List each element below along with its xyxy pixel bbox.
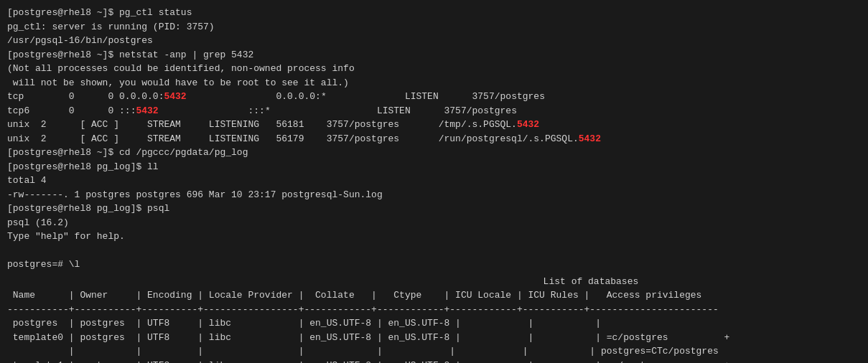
line-4: [postgres@rhel8 ~]$ netstat -anp | grep …: [7, 48, 861, 62]
line-17: Type "help" for help.: [7, 230, 861, 244]
line-1: [postgres@rhel8 ~]$ pg_ctl status: [7, 6, 861, 20]
line-12: [postgres@rhel8 pg_log]$ ll: [7, 160, 861, 174]
line-14: -rw-------. 1 postgres postgres 696 Mar …: [7, 188, 861, 202]
terminal-output: [postgres@rhel8 ~]$ pg_ctl status pg_ctl…: [7, 6, 861, 363]
line-13: total 4: [7, 174, 861, 188]
line-6: will not be shown, you would have to be …: [7, 76, 861, 90]
line-19: postgres=# \l: [7, 258, 861, 272]
line-16: psql (16.2): [7, 216, 861, 230]
line-5: (Not all processes could be identified, …: [7, 62, 861, 76]
table-row-2: template0 | postgres | UTF8 | libc | en_…: [7, 331, 861, 345]
table-row-2b: | | | | | | | | postgres=CTc/postgres: [7, 344, 861, 359]
terminal: [postgres@rhel8 ~]$ pg_ctl status pg_ctl…: [0, 0, 868, 363]
line-7: tcp 0 0 0.0.0.0:5432 0.0.0.0:* LISTEN 37…: [7, 90, 861, 104]
database-table: List of databases Name | Owner | Encodin…: [7, 275, 861, 364]
line-9: unix 2 [ ACC ] STREAM LISTENING 56181 37…: [7, 118, 861, 132]
line-15: [postgres@rhel8 pg_log]$ psql: [7, 202, 861, 216]
line-11: [postgres@rhel8 ~]$ cd /pgccc/pgdata/pg_…: [7, 146, 861, 160]
table-row-3: template1 | postgres | UTF8 | libc | en_…: [7, 359, 861, 364]
table-separator: -----------+-----------+----------+-----…: [7, 303, 861, 317]
line-2: pg_ctl: server is running (PID: 3757): [7, 20, 861, 34]
table-column-headers: Name | Owner | Encoding | Locale Provide…: [7, 288, 861, 303]
line-8: tcp6 0 0 :::5432 :::* LISTEN 3757/postgr…: [7, 104, 861, 118]
table-row-1: postgres | postgres | UTF8 | libc | en_U…: [7, 316, 861, 331]
line-3: /usr/pgsql-16/bin/postgres: [7, 34, 861, 48]
line-18: [7, 244, 861, 258]
table-title: List of databases: [7, 275, 861, 289]
line-10: unix 2 [ ACC ] STREAM LISTENING 56179 37…: [7, 132, 861, 146]
